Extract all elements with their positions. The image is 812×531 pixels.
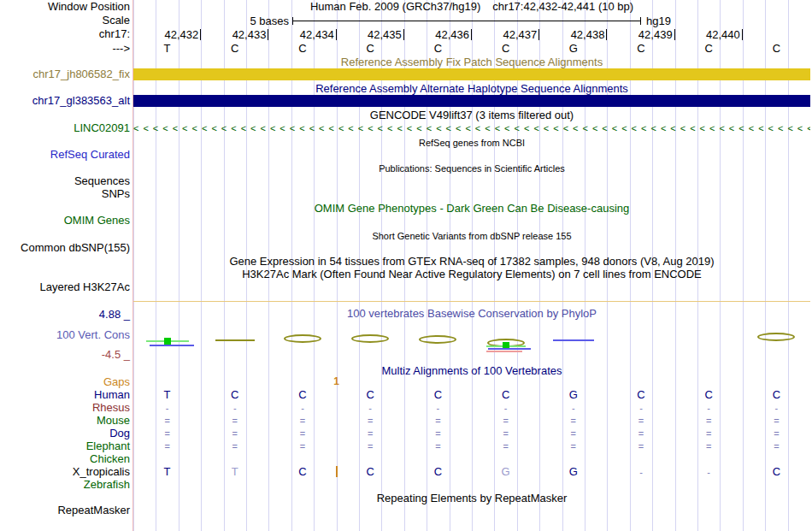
alignment-cell: C: [700, 389, 717, 400]
track-label-common-dbsnp[interactable]: Common dbSNP(155): [0, 242, 130, 254]
alignment-cell: =: [768, 429, 785, 439]
alignment-cell: =: [700, 416, 717, 426]
alignment-cell: =: [633, 442, 650, 451]
phylop-line-glyph: [488, 348, 531, 350]
phylop-line-glyph: [486, 351, 522, 352]
alignment-cell: =: [294, 416, 311, 426]
alignment-cell: C: [429, 389, 446, 400]
track-label-refseq-curated[interactable]: RefSeq Curated: [0, 149, 130, 161]
phylop-line-glyph: [150, 345, 194, 346]
track-title-multiz[interactable]: Multiz Alignments of 100 Vertebrates: [133, 365, 810, 377]
species-label-rhesus[interactable]: Rhesus: [0, 402, 130, 414]
alignment-cell: =: [227, 429, 244, 439]
alignment-cell: C: [429, 466, 446, 477]
track-title-gtex[interactable]: Gene Expression in 54 tissues from GTEx …: [133, 256, 810, 268]
species-label-elephant[interactable]: Elephant: [0, 440, 130, 452]
sequence-base: G: [565, 43, 582, 54]
track-title-dbsnp[interactable]: Short Genetic Variants from dbSNP releas…: [133, 230, 810, 242]
track-title-alt-haplotype[interactable]: Reference Assembly Alternate Haplotype S…: [133, 83, 810, 95]
track-label-fix-patch[interactable]: chr17_jh806582_fix: [0, 68, 130, 80]
track-label-linc02091[interactable]: LINC02091: [0, 122, 130, 134]
alignment-cell: =: [497, 429, 515, 439]
scale-ruler-line: [292, 21, 640, 21]
sequence-base: C: [429, 43, 446, 54]
genome-browser-image: Window Position Scale chr17: ---> chr17_…: [0, 0, 812, 531]
alignment-cell: C: [497, 389, 515, 400]
sequence-base: C: [633, 43, 650, 54]
alignment-cell: G: [565, 389, 582, 400]
phylop-max-value: 4.88 _: [0, 309, 130, 321]
alignment-cell: =: [565, 429, 582, 439]
alignment-cell: =: [565, 442, 582, 451]
label-strand-direction[interactable]: --->: [0, 43, 130, 55]
track-title-publications[interactable]: Publications: Sequences in Scientific Ar…: [133, 162, 810, 174]
species-label-zebrafish[interactable]: Zebrafish: [0, 479, 130, 491]
alignment-cell: C: [768, 389, 785, 400]
alignment-cell: C: [227, 389, 244, 400]
scale-value: 5 bases: [250, 15, 289, 27]
ruler-number: 42,437: [503, 29, 539, 40]
sequence-base: T: [159, 43, 176, 54]
sequence-base: C: [768, 43, 785, 54]
track-label-100-vert-cons[interactable]: 100 Vert. Cons: [0, 329, 130, 341]
alignment-cell: =: [768, 416, 785, 426]
ruler-number: 42,432: [164, 29, 201, 40]
alignment-cell: =: [700, 429, 717, 439]
multiz-gaps-label[interactable]: Gaps: [0, 376, 130, 388]
alignment-cell: T: [227, 466, 244, 477]
track-title-phylop[interactable]: 100 vertebrates Basewise Conservation by…: [133, 308, 810, 320]
alignment-cell: =: [565, 416, 582, 426]
sequence-base: C: [227, 43, 244, 54]
track-label-sequences[interactable]: Sequences: [0, 175, 130, 187]
alignment-cell: =: [497, 416, 515, 426]
track-title-refseq[interactable]: RefSeq genes from NCBI: [133, 137, 810, 149]
alignment-cell: C: [362, 389, 379, 400]
scale-ruler-right-tick: [640, 17, 641, 25]
alignment-cell: -: [700, 404, 717, 413]
track-title-repeatmasker[interactable]: Repeating Elements by RepeatMasker: [133, 493, 810, 504]
ruler-number: 42,433: [232, 29, 269, 40]
alignment-cell: -: [768, 404, 785, 413]
alignment-cell: =: [294, 442, 311, 451]
ruler-number: 42,439: [638, 29, 675, 40]
fix-patch-feature-bar[interactable]: [133, 68, 810, 80]
alignment-cell: =: [159, 429, 176, 439]
alignment-cell: =: [362, 416, 379, 426]
track-label-alt-haplotype[interactable]: chr17_gl383563_alt: [0, 95, 130, 107]
species-label-x_tropicalis[interactable]: X_tropicalis: [0, 466, 130, 478]
ruler-number: 42,438: [571, 29, 608, 40]
track-title-gencode[interactable]: GENCODE V49lift37 (3 items filtered out): [133, 109, 810, 121]
species-label-chicken[interactable]: Chicken: [0, 453, 130, 465]
alignment-cell: =: [429, 416, 446, 426]
species-label-mouse[interactable]: Mouse: [0, 415, 130, 427]
track-title-fix-patch[interactable]: Reference Assembly Fix Patch Sequence Al…: [133, 56, 810, 68]
track-title-h3k27ac[interactable]: H3K27Ac Mark (Often Found Near Active Re…: [133, 268, 810, 280]
alignment-cell: =: [362, 442, 379, 451]
alignment-cell: -: [227, 404, 244, 413]
phylop-ellipse-glyph: [419, 335, 456, 344]
alignment-cell: -: [565, 404, 582, 413]
window-position-title: Human Feb. 2009 (GRCh37/hg19)chr17:42,43…: [133, 1, 810, 13]
track-label-repeatmasker[interactable]: RepeatMasker: [0, 504, 130, 516]
track-separator-line: [133, 301, 810, 302]
alignment-cell: -: [362, 404, 379, 413]
track-title-omim[interactable]: OMIM Gene Phenotypes - Dark Green Can Be…: [133, 203, 810, 215]
track-display-area[interactable]: Human Feb. 2009 (GRCh37/hg19)chr17:42,43…: [132, 0, 810, 531]
label-scale: Scale: [0, 15, 130, 27]
gene-strand-arrows[interactable]: <<<<<<<<<<<<<<<<<<<<<<<<<<<<<<<<<<<<<<<<…: [133, 122, 810, 134]
track-label-omim-genes[interactable]: OMIM Genes: [0, 215, 130, 227]
sequence-base: C: [362, 43, 379, 54]
alt-haplotype-feature-bar[interactable]: [133, 95, 810, 107]
phylop-ellipse-glyph: [757, 333, 795, 341]
alignment-cell: C: [294, 466, 311, 477]
track-label-layered-h3k27ac[interactable]: Layered H3K27Ac: [0, 281, 130, 293]
alignment-cell: =: [768, 442, 785, 451]
species-label-human[interactable]: Human: [0, 389, 130, 401]
phylop-square-glyph: [164, 338, 171, 345]
alignment-cell: =: [429, 429, 446, 439]
alignment-cell: -: [633, 404, 650, 413]
alignment-cell: -: [497, 404, 515, 413]
track-label-snps[interactable]: SNPs: [0, 188, 130, 200]
species-label-dog[interactable]: Dog: [0, 428, 130, 440]
alignment-cell: =: [700, 442, 717, 451]
